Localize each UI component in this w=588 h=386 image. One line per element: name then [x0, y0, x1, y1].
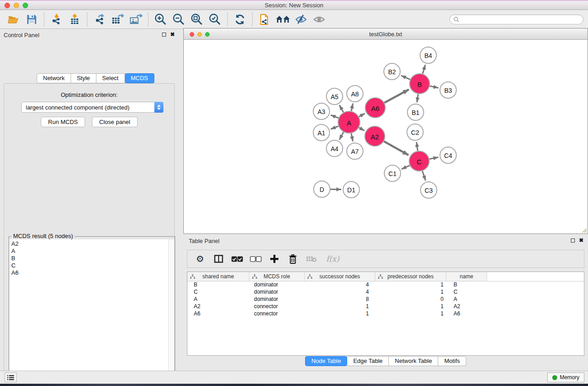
delete-column-button[interactable]: [285, 252, 301, 266]
tab-style[interactable]: Style: [71, 73, 96, 83]
graph-edge-B-B1[interactable]: [417, 94, 418, 102]
table-row[interactable]: A2connector11A2: [187, 303, 584, 310]
graph-node-B4[interactable]: B4: [420, 47, 436, 63]
float-table-panel-icon[interactable]: [571, 238, 575, 243]
tab-network[interactable]: Network: [37, 73, 71, 83]
graph-node-C1[interactable]: C1: [384, 165, 401, 181]
mcds-result-item[interactable]: A: [10, 248, 168, 255]
graph-node-A7[interactable]: A7: [347, 143, 363, 159]
import-network-button[interactable]: [48, 12, 66, 27]
task-history-button[interactable]: [5, 372, 17, 382]
refresh-button[interactable]: [231, 12, 249, 27]
open-session-button[interactable]: [5, 12, 23, 27]
mcds-result-item[interactable]: A2: [10, 240, 168, 248]
graph-node-B3[interactable]: B3: [440, 82, 456, 98]
clone-network-button[interactable]: [256, 12, 274, 27]
column-header-name[interactable]: name: [446, 272, 487, 281]
network-window-titlebar[interactable]: testGlobe.txt: [184, 29, 588, 40]
graph-edge-C-C3[interactable]: [422, 171, 425, 181]
table-row[interactable]: Adominator80A: [187, 296, 584, 303]
graph-node-B1[interactable]: B1: [407, 104, 424, 120]
table-row[interactable]: Bdominator41B: [187, 281, 584, 289]
tab-select[interactable]: Select: [96, 73, 125, 83]
graph-node-A1[interactable]: A1: [313, 124, 330, 141]
graph-edge-A-A2[interactable]: [359, 128, 364, 131]
graph-edge-A-A6[interactable]: [359, 114, 365, 117]
zoom-out-button[interactable]: [170, 12, 188, 27]
close-panel-icon[interactable]: ✖: [170, 32, 175, 37]
show-columns-button[interactable]: [210, 252, 227, 266]
export-image-button[interactable]: [127, 12, 145, 27]
mcds-list-scrollbar[interactable]: [168, 239, 174, 386]
search-input[interactable]: [449, 14, 583, 24]
close-panel-button[interactable]: Close panel: [92, 117, 138, 127]
tab-motifs[interactable]: Motifs: [438, 356, 466, 366]
graph-node-C3[interactable]: C3: [421, 182, 437, 198]
graph-edge-A-A3[interactable]: [330, 115, 338, 118]
column-header-MCDS-role[interactable]: MCDS role: [249, 272, 305, 281]
criterion-dropdown[interactable]: largest connected component (directed): [21, 102, 163, 113]
graph-node-A3[interactable]: A3: [313, 103, 330, 119]
deselect-all-button[interactable]: [248, 252, 264, 266]
graph-node-A8[interactable]: A8: [347, 86, 363, 102]
tab-node-table[interactable]: Node Table: [305, 356, 348, 366]
graph-node-A[interactable]: A: [338, 111, 360, 133]
graph-edge-C-C2[interactable]: [416, 142, 418, 151]
graph-edge-A6-B[interactable]: [384, 90, 409, 103]
graph-edge-A-A7[interactable]: [351, 133, 353, 141]
column-header-shared-name[interactable]: shared name: [187, 272, 249, 281]
export-table-button[interactable]: [109, 12, 127, 27]
graph-node-D[interactable]: D: [314, 181, 330, 197]
graph-node-D1[interactable]: D1: [343, 181, 359, 198]
network-overview-button[interactable]: [274, 12, 292, 27]
graph-node-C2[interactable]: C2: [407, 124, 423, 140]
graph-node-B[interactable]: B: [410, 74, 430, 94]
column-header-successor-nodes[interactable]: successor nodes: [305, 272, 375, 281]
graph-node-A5[interactable]: A5: [326, 88, 343, 105]
graph-edge-C-C4[interactable]: [430, 157, 439, 159]
graph-node-A2[interactable]: A2: [365, 126, 385, 146]
graph-node-A6[interactable]: A6: [365, 98, 385, 118]
mcds-result-item[interactable]: B: [10, 255, 168, 262]
graph-node-A4[interactable]: A4: [326, 140, 343, 157]
show-panel-button[interactable]: [310, 12, 328, 27]
graph-edge-B-B2[interactable]: [401, 76, 410, 80]
graph-edge-C-C1[interactable]: [402, 166, 410, 169]
float-panel-icon[interactable]: [162, 33, 166, 37]
window-resize-grip[interactable]: [580, 226, 587, 233]
zoom-selected-button[interactable]: [206, 12, 224, 27]
table-row[interactable]: Cdominator41C: [187, 289, 584, 296]
zoom-fit-button[interactable]: [188, 12, 206, 27]
memory-button[interactable]: Memory: [547, 372, 584, 382]
function-builder-button[interactable]: f(x): [322, 252, 344, 266]
graph-node-C[interactable]: C: [409, 151, 429, 171]
mcds-result-item[interactable]: C: [10, 262, 168, 269]
hide-panel-button[interactable]: [292, 12, 310, 27]
graph-edge-A-A1[interactable]: [331, 126, 339, 129]
graph-edge-A2-C[interactable]: [384, 141, 408, 155]
tab-network-table[interactable]: Network Table: [389, 356, 438, 366]
close-table-panel-icon[interactable]: ✖: [579, 238, 583, 243]
save-session-button[interactable]: [23, 12, 41, 27]
mcds-result-item[interactable]: A6: [10, 269, 168, 276]
table-row[interactable]: A6connector11A6: [187, 310, 584, 318]
graph-edge-A-A5[interactable]: [339, 105, 344, 112]
graph-node-B2[interactable]: B2: [384, 63, 400, 80]
zoom-in-button[interactable]: [152, 12, 170, 27]
import-table-button[interactable]: [66, 12, 84, 27]
network-canvas[interactable]: B4B2BB3A5A8A6A3B1AA1C2A2A4A7C4CC1C3DD1: [184, 40, 588, 234]
graph-edge-A-A8[interactable]: [351, 104, 353, 111]
column-header-predecessor-nodes[interactable]: predecessor nodes: [375, 272, 446, 281]
graph-edge-A-A4[interactable]: [339, 132, 344, 140]
graph-edge-B-B3[interactable]: [430, 86, 438, 88]
run-mcds-button[interactable]: Run MCDS: [41, 117, 85, 127]
graph-node-C4[interactable]: C4: [440, 147, 456, 163]
tab-edge-table[interactable]: Edge Table: [347, 356, 389, 366]
select-all-button[interactable]: [229, 252, 245, 266]
export-network-button[interactable]: [91, 12, 109, 27]
graph-edge-B-B4[interactable]: [423, 65, 425, 74]
table-settings-button[interactable]: ⚙: [192, 252, 208, 266]
tab-mcds[interactable]: MCDS: [125, 73, 154, 83]
delete-table-button[interactable]: [303, 252, 320, 266]
add-column-button[interactable]: [266, 252, 282, 266]
